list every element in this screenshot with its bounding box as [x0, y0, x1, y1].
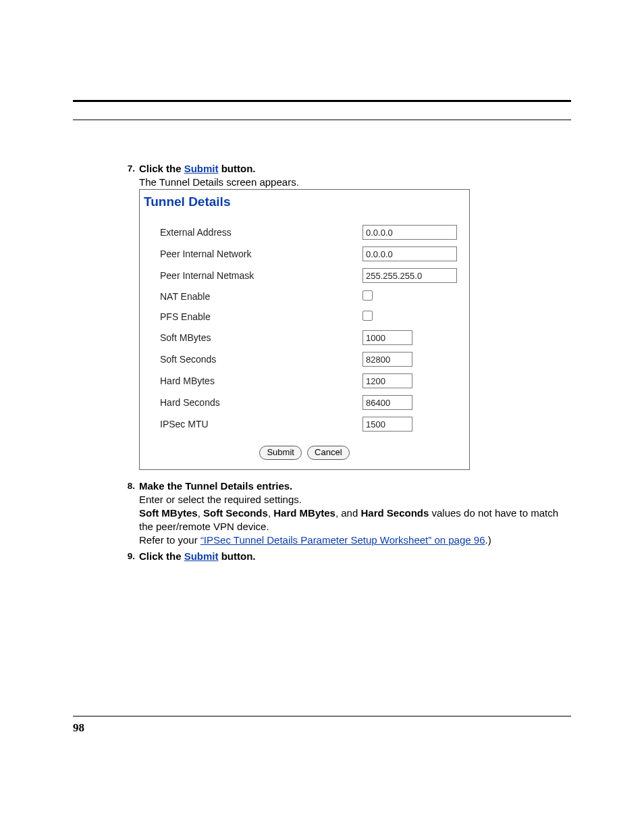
- ipsec-mtu-label: IPSec MTU: [160, 417, 363, 431]
- header-rules: [73, 100, 571, 120]
- text: , and: [336, 507, 361, 519]
- submit-link[interactable]: Submit: [184, 550, 219, 562]
- external-address-input[interactable]: 0.0.0.0: [363, 225, 457, 240]
- soft-seconds-input[interactable]: 82800: [363, 352, 412, 367]
- text-line: Soft MBytes, Soft Seconds, Hard MBytes, …: [139, 506, 571, 533]
- text: Hard MBytes: [273, 507, 336, 519]
- content-area: 7. Click the Submit button. The Tunnel D…: [122, 162, 571, 566]
- nat-enable-checkbox[interactable]: [363, 290, 373, 301]
- screenshot-buttons: Submit Cancel: [140, 441, 469, 469]
- step-7: 7. Click the Submit button. The Tunnel D…: [122, 162, 571, 470]
- footer-rule: [73, 716, 571, 716]
- cancel-button[interactable]: Cancel: [307, 446, 349, 460]
- soft-mbytes-input[interactable]: 1000: [363, 330, 412, 345]
- pfs-enable-cell: [363, 310, 457, 323]
- pfs-enable-label: PFS Enable: [160, 310, 363, 323]
- screenshot-title: Tunnel Details: [140, 190, 469, 225]
- text: Click the: [139, 550, 184, 562]
- text: ,: [268, 507, 273, 519]
- screenshot-fields: External Address 0.0.0.0 Peer Internal N…: [140, 225, 469, 441]
- rule-thick: [73, 100, 571, 102]
- tunnel-details-screenshot: Tunnel Details External Address 0.0.0.0 …: [139, 189, 470, 470]
- external-address-label: External Address: [160, 226, 363, 239]
- text: Hard Seconds: [360, 507, 429, 519]
- peer-internal-netmask-label: Peer Internal Netmask: [160, 269, 363, 282]
- text: Refer to your: [139, 534, 200, 546]
- hard-mbytes-input[interactable]: 1200: [363, 373, 412, 388]
- text: Click the: [139, 163, 184, 174]
- text: .): [485, 534, 491, 546]
- text: Make the Tunnel Details entries.: [139, 479, 571, 493]
- step-number: 7.: [120, 162, 135, 176]
- page: 7. Click the Submit button. The Tunnel D…: [0, 0, 644, 834]
- hard-seconds-label: Hard Seconds: [160, 396, 363, 409]
- worksheet-link[interactable]: “IPSec Tunnel Details Parameter Setup Wo…: [200, 534, 485, 546]
- text: The Tunnel Details screen appears.: [139, 176, 571, 189]
- nat-enable-cell: [363, 290, 457, 303]
- hard-mbytes-label: Hard MBytes: [160, 374, 363, 388]
- page-number: 98: [73, 721, 84, 735]
- text: Soft MBytes: [139, 507, 198, 519]
- step-body: Click the Submit button.: [139, 550, 571, 563]
- text-line: Refer to your “IPSec Tunnel Details Para…: [139, 533, 571, 547]
- ipsec-mtu-input[interactable]: 1500: [363, 417, 412, 432]
- peer-internal-netmask-input[interactable]: 255.255.255.0: [363, 268, 457, 283]
- submit-button[interactable]: Submit: [259, 446, 301, 460]
- step-body: Make the Tunnel Details entries. Enter o…: [139, 479, 571, 547]
- hard-seconds-input[interactable]: 86400: [363, 395, 412, 410]
- soft-mbytes-label: Soft MBytes: [160, 331, 363, 344]
- text: button.: [219, 163, 256, 174]
- peer-internal-network-input[interactable]: 0.0.0.0: [363, 246, 457, 261]
- soft-seconds-label: Soft Seconds: [160, 353, 363, 366]
- text: Soft Seconds: [203, 507, 268, 519]
- nat-enable-label: NAT Enable: [160, 290, 363, 303]
- text: button.: [219, 550, 256, 562]
- pfs-enable-checkbox[interactable]: [363, 311, 373, 321]
- peer-internal-network-label: Peer Internal Network: [160, 247, 363, 261]
- text: Enter or select the required settings.: [139, 493, 571, 506]
- step-9: 9. Click the Submit button.: [122, 550, 571, 563]
- text: ,: [198, 507, 203, 519]
- submit-link[interactable]: Submit: [184, 163, 219, 174]
- step-number: 8.: [120, 479, 135, 493]
- step-number: 9.: [120, 550, 135, 563]
- step-8: 8. Make the Tunnel Details entries. Ente…: [122, 479, 571, 547]
- step-body: Click the Submit button. The Tunnel Deta…: [139, 162, 571, 470]
- rule-thin: [73, 120, 571, 120]
